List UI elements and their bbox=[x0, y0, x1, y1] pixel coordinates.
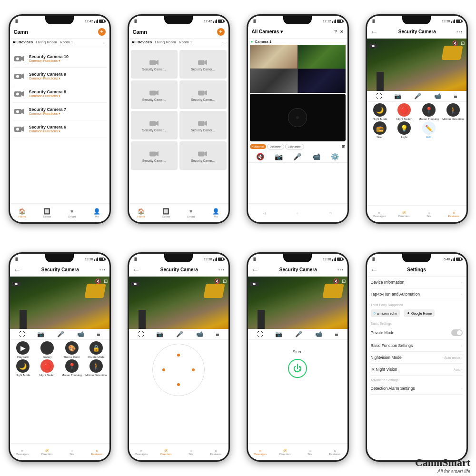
feature-gallery[interactable]: 🖼 Gallery bbox=[36, 341, 59, 358]
phone5-tab-messages[interactable]: ✉Messages bbox=[10, 444, 35, 460]
record2-icon[interactable]: 📹 bbox=[434, 93, 441, 99]
phone7-screenshot[interactable]: 📷 bbox=[275, 331, 282, 337]
cam-thumb[interactable]: Security Camer... bbox=[179, 50, 227, 79]
phone7-tab-features[interactable]: ⚙Features bbox=[322, 444, 347, 460]
phone5-mute-icon[interactable]: 🔇 bbox=[95, 278, 101, 284]
phone7-tab-site[interactable]: ☆Site bbox=[298, 444, 322, 460]
phone6-mic[interactable]: 🎤 bbox=[176, 331, 183, 337]
phone6-tab-messages[interactable]: ✉Messages bbox=[129, 444, 154, 460]
mosaic-cell[interactable] bbox=[250, 45, 298, 69]
settings-nightvision[interactable]: Nightvision Mode Auto mode › bbox=[371, 352, 463, 364]
channel-9[interactable]: 9channel bbox=[267, 144, 284, 149]
device-item[interactable]: Security Camera 9 Common Functions ▾ bbox=[13, 68, 107, 85]
phone5-back-btn[interactable]: ← bbox=[14, 266, 21, 274]
feature5-motion-detect[interactable]: 🚶 Motion Detection bbox=[84, 359, 108, 377]
feature-edit[interactable]: ✏️ Edit bbox=[417, 121, 440, 139]
menu-icon[interactable]: ≡ bbox=[454, 93, 457, 99]
phone6-back-btn[interactable]: ← bbox=[133, 266, 140, 274]
phone6-record[interactable]: 📹 bbox=[196, 331, 203, 337]
phone8-back-btn[interactable]: ← bbox=[371, 266, 378, 274]
phone7-record[interactable]: 📹 bbox=[315, 331, 322, 337]
video-pip-icon[interactable]: ⊡ bbox=[461, 40, 465, 46]
tab-direction[interactable]: 🧭Direction bbox=[392, 206, 416, 222]
mosaic-cell[interactable] bbox=[298, 69, 346, 93]
feature-siren[interactable]: 📻 Siren bbox=[368, 121, 392, 139]
cam-thumb[interactable]: Security Camer... bbox=[131, 50, 178, 79]
phone3-close-btn[interactable]: ✕ bbox=[340, 29, 344, 34]
device-item[interactable]: Security Camera 7 Common Functions ▾ bbox=[13, 103, 107, 120]
feature-motion-tracking[interactable]: 📍 Motion Tracking bbox=[417, 103, 440, 120]
phone7-menu[interactable]: ≡ bbox=[335, 331, 338, 337]
mic2-icon[interactable]: 🎤 bbox=[414, 93, 421, 99]
tab-living-room[interactable]: Living Room bbox=[36, 40, 57, 44]
phone4-more-btn[interactable]: ··· bbox=[456, 28, 462, 36]
phone6-tab-direction[interactable]: 🧭Direction bbox=[154, 444, 178, 460]
feature-private-mode[interactable]: 🔒 Private Mode bbox=[84, 341, 108, 358]
mute-icon[interactable]: 🔇 bbox=[256, 153, 264, 160]
dir-down[interactable] bbox=[177, 383, 180, 386]
phone7-mic[interactable]: 🎤 bbox=[295, 331, 302, 337]
tab2-room1[interactable]: Room 1 bbox=[179, 40, 192, 44]
phone5-menu[interactable]: ≡ bbox=[97, 331, 100, 337]
phone7-mute-icon[interactable]: 🔇 bbox=[333, 278, 339, 284]
dir-left[interactable] bbox=[162, 368, 165, 371]
amazon-echo-logo[interactable]: ○ amazon echo bbox=[371, 309, 400, 317]
settings-basic-functions[interactable]: Basic Function Settings › bbox=[371, 340, 463, 352]
cam-thumb[interactable]: Security Camer... bbox=[179, 80, 227, 109]
settings-tap-to-run[interactable]: Tap-to-Run and Automation › bbox=[371, 288, 463, 300]
phone3-help-btn[interactable]: ？ bbox=[333, 29, 338, 35]
google-home-logo[interactable]: ✦ Google Home bbox=[404, 309, 435, 317]
feature-theme-color[interactable]: 🎨 Theme Color bbox=[60, 341, 83, 358]
phone7-back-btn[interactable]: ← bbox=[252, 266, 259, 274]
feature-playback[interactable]: ▶ Playback bbox=[11, 341, 35, 358]
direction-pad[interactable] bbox=[152, 344, 205, 396]
phone6-screenshot[interactable]: 📷 bbox=[156, 331, 163, 337]
feature5-motion-tracking[interactable]: 📍 Motion Tracking bbox=[60, 359, 83, 377]
phone2-add-btn[interactable]: + bbox=[217, 28, 225, 36]
more-icon[interactable]: ··· bbox=[103, 40, 107, 44]
bnav-scene[interactable]: 🔲Scene bbox=[35, 204, 60, 222]
bnav3-back[interactable]: ◁ bbox=[248, 204, 281, 222]
bnav2-scene[interactable]: 🔲Scene bbox=[154, 204, 178, 222]
cam-thumb[interactable]: Security Camer... bbox=[131, 141, 178, 170]
mosaic-cell[interactable] bbox=[250, 69, 298, 93]
channel-16[interactable]: 16channel bbox=[285, 144, 304, 149]
phone7-tab-messages[interactable]: ✉Messages bbox=[248, 444, 273, 460]
phone6-fullscreen[interactable]: ⛶ bbox=[138, 331, 144, 337]
mosaic-cell[interactable] bbox=[298, 45, 346, 69]
settings-device-info[interactable]: Device Information › bbox=[371, 277, 463, 288]
phone5-pip-icon[interactable]: ⊡ bbox=[104, 278, 108, 284]
settings-ir-night[interactable]: IR Night Vision Auto › bbox=[371, 364, 463, 376]
bnav2-me[interactable]: 👤Me bbox=[203, 204, 228, 222]
phone7-more-btn[interactable]: ··· bbox=[337, 266, 343, 274]
phone5-tab-direction[interactable]: 🧭Direction bbox=[35, 444, 60, 460]
dir-up[interactable] bbox=[177, 354, 180, 357]
feature-night-switch[interactable]: 🔴 Night Switch bbox=[393, 103, 416, 120]
screenshot2-icon[interactable]: 📷 bbox=[394, 93, 401, 99]
feature5-night-switch[interactable]: 🔴 Night Switch bbox=[36, 359, 59, 377]
phone6-more-btn[interactable]: ··· bbox=[218, 266, 224, 274]
video-mute-icon[interactable]: 🔇 bbox=[452, 40, 458, 46]
phone5-tab-site[interactable]: ☆Site bbox=[60, 444, 84, 460]
tab-features[interactable]: ⚙Features bbox=[441, 206, 466, 222]
feature-light[interactable]: 💡 Light bbox=[393, 121, 416, 139]
cam-thumb[interactable]: Security Camer... bbox=[131, 80, 178, 109]
cam-thumb[interactable]: Security Camer... bbox=[179, 141, 227, 170]
grid-toggle-icon[interactable]: ⊞ bbox=[342, 144, 346, 149]
bnav3-recent[interactable]: □ bbox=[314, 204, 347, 222]
phone5-fullscreen[interactable]: ⛶ bbox=[19, 331, 25, 337]
dir-right[interactable] bbox=[192, 368, 195, 371]
phone7-tab-direction[interactable]: 🧭Direction bbox=[273, 444, 298, 460]
cam-thumb[interactable]: Security Camer... bbox=[131, 111, 178, 139]
phone5-screenshot[interactable]: 📷 bbox=[37, 331, 44, 337]
channel-4[interactable]: 4channel bbox=[250, 144, 266, 149]
phone5-record[interactable]: 📹 bbox=[77, 331, 84, 337]
record-icon[interactable]: 📹 bbox=[312, 153, 320, 160]
feature-motion-detection[interactable]: 🚶 Motion Detection bbox=[441, 103, 465, 120]
fullscreen-icon[interactable]: ⛶ bbox=[376, 93, 382, 99]
feature-night-mode[interactable]: 🌙 Night Mode bbox=[368, 103, 392, 120]
tab2-living-room[interactable]: Living Room bbox=[155, 40, 176, 44]
tab2-all-devices[interactable]: All Devices bbox=[132, 40, 152, 44]
screenshot-icon[interactable]: 📷 bbox=[275, 153, 283, 160]
phone7-pip-icon[interactable]: ⊡ bbox=[342, 278, 346, 284]
